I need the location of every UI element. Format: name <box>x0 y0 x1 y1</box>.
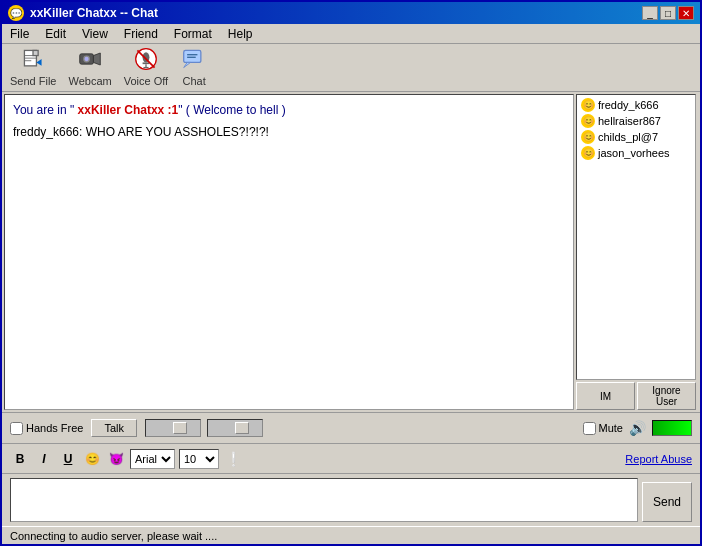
slider-2-thumb <box>235 422 249 434</box>
send-file-button[interactable]: Send File <box>10 45 56 87</box>
font-select[interactable]: Arial <box>130 449 175 469</box>
user-smiley-icon-2: 😊 <box>581 130 595 144</box>
webcam-label: Webcam <box>68 75 111 87</box>
chat-message: freddy_k666: WHO ARE YOU ASSHOLES?!?!?! <box>13 125 565 139</box>
status-text: Connecting to audio server, please wait … <box>10 530 217 542</box>
mute-checkbox[interactable] <box>583 422 596 435</box>
user-list-panel: 😊 freddy_k666 😊 hellraiser867 😊 childs_p… <box>576 94 696 410</box>
send-file-label: Send File <box>10 75 56 87</box>
menu-view[interactable]: View <box>78 26 112 42</box>
welcome-suffix: " ( Welcome to hell ) <box>178 103 285 117</box>
welcome-prefix: You are in " <box>13 103 74 117</box>
bold-button[interactable]: B <box>10 449 30 469</box>
username-2: childs_pl@7 <box>598 131 658 143</box>
hands-free-checkbox[interactable] <box>10 422 23 435</box>
menu-friend[interactable]: Friend <box>120 26 162 42</box>
slider-1[interactable] <box>145 419 201 437</box>
audio-bar: Hands Free Talk Mute 🔊 <box>2 412 700 444</box>
mute-container: Mute <box>583 422 623 435</box>
mute-label: Mute <box>599 422 623 434</box>
user-list-buttons: IM Ignore User <box>576 382 696 410</box>
voice-off-icon <box>132 45 160 73</box>
title-bar-left: 💬 xxKiller Chatxx -- Chat <box>8 5 158 21</box>
menu-bar: File Edit View Friend Format Help <box>2 24 700 44</box>
username-0: freddy_k666 <box>598 99 659 111</box>
volume-icon: 🔊 <box>629 420 646 436</box>
exclaim-button[interactable]: ❕ <box>223 449 243 469</box>
chat-button[interactable]: Chat <box>180 45 208 87</box>
app-icon: 💬 <box>8 5 24 21</box>
sliders <box>145 419 263 437</box>
voice-off-button[interactable]: Voice Off <box>124 45 168 87</box>
main-window: 💬 xxKiller Chatxx -- Chat _ □ ✕ File Edi… <box>0 0 702 546</box>
format-bar: B I U 😊 😈 Arial 10 ❕ Report Abuse <box>2 444 700 474</box>
minimize-button[interactable]: _ <box>642 6 658 20</box>
user-list-item[interactable]: 😊 hellraiser867 <box>579 113 693 129</box>
slider-1-thumb <box>173 422 187 434</box>
svg-rect-16 <box>184 50 201 62</box>
webcam-icon <box>76 45 104 73</box>
input-area: Send <box>2 474 700 526</box>
username-3: jason_vorhees <box>598 147 670 159</box>
underline-button[interactable]: U <box>58 449 78 469</box>
svg-marker-9 <box>94 53 101 65</box>
user-smiley-icon-3: 😊 <box>581 146 595 160</box>
chat-welcome: You are in " xxKiller Chatxx :1" ( Welco… <box>13 103 565 117</box>
menu-format[interactable]: Format <box>170 26 216 42</box>
talk-button[interactable]: Talk <box>91 419 137 437</box>
hands-free-label: Hands Free <box>26 422 83 434</box>
svg-marker-17 <box>184 62 191 67</box>
window-title: xxKiller Chatxx -- Chat <box>30 6 158 20</box>
ignore-user-button[interactable]: Ignore User <box>637 382 696 410</box>
status-bar: Connecting to audio server, please wait … <box>2 526 700 544</box>
chat-icon <box>180 45 208 73</box>
user-smiley-icon-0: 😊 <box>581 98 595 112</box>
user-list-item[interactable]: 😊 freddy_k666 <box>579 97 693 113</box>
user-list-item[interactable]: 😊 jason_vorhees <box>579 145 693 161</box>
menu-edit[interactable]: Edit <box>41 26 70 42</box>
user-list-item[interactable]: 😊 childs_pl@7 <box>579 129 693 145</box>
im-button[interactable]: IM <box>576 382 635 410</box>
send-button[interactable]: Send <box>642 482 692 522</box>
menu-file[interactable]: File <box>6 26 33 42</box>
hands-free-container: Hands Free <box>10 422 83 435</box>
toolbar: Send File Webcam <box>2 44 700 92</box>
voice-off-label: Voice Off <box>124 75 168 87</box>
user-list[interactable]: 😊 freddy_k666 😊 hellraiser867 😊 childs_p… <box>576 94 696 380</box>
title-controls: _ □ ✕ <box>642 6 694 20</box>
svg-point-8 <box>85 57 89 61</box>
svg-rect-12 <box>142 62 149 64</box>
username-1: hellraiser867 <box>598 115 661 127</box>
font-size-select[interactable]: 10 <box>179 449 219 469</box>
slider-2[interactable] <box>207 419 263 437</box>
chat-display[interactable]: You are in " xxKiller Chatxx :1" ( Welco… <box>4 94 574 410</box>
title-bar: 💬 xxKiller Chatxx -- Chat _ □ ✕ <box>2 2 700 24</box>
svg-marker-5 <box>37 59 42 66</box>
message-input[interactable] <box>10 478 638 522</box>
report-abuse-link[interactable]: Report Abuse <box>625 453 692 465</box>
audio-right: Mute 🔊 <box>583 420 692 436</box>
user-smiley-icon-1: 😊 <box>581 114 595 128</box>
smiley-button-2[interactable]: 😈 <box>106 449 126 469</box>
send-file-icon <box>19 45 47 73</box>
maximize-button[interactable]: □ <box>660 6 676 20</box>
smiley-button-1[interactable]: 😊 <box>82 449 102 469</box>
svg-rect-1 <box>33 50 38 55</box>
italic-button[interactable]: I <box>34 449 54 469</box>
menu-help[interactable]: Help <box>224 26 257 42</box>
room-name: xxKiller Chatxx :1 <box>74 103 178 117</box>
chat-label: Chat <box>183 75 206 87</box>
main-content: You are in " xxKiller Chatxx :1" ( Welco… <box>2 92 700 412</box>
volume-meter <box>652 420 692 436</box>
webcam-button[interactable]: Webcam <box>68 45 111 87</box>
close-button[interactable]: ✕ <box>678 6 694 20</box>
